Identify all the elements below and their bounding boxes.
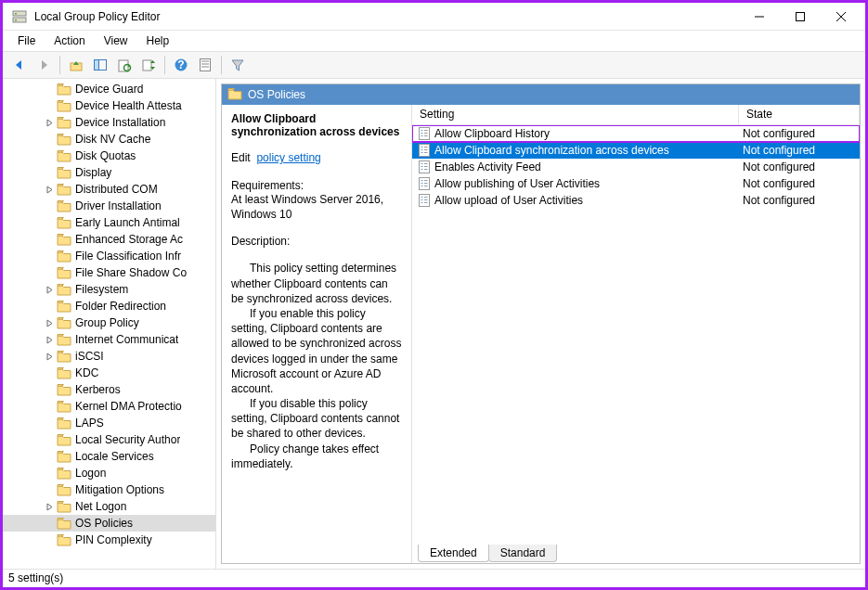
description-p4: Policy change takes effect immediately. (231, 442, 402, 471)
folder-icon (57, 517, 71, 530)
list-row[interactable]: Allow Clipboard synchronization across d… (412, 142, 860, 159)
list-cell-setting: Allow upload of User Activities (412, 194, 739, 207)
tree-item[interactable]: PIN Complexity (3, 532, 215, 548)
expand-icon[interactable] (44, 351, 55, 362)
tree-item[interactable]: Device Health Attesta (3, 97, 215, 114)
column-state[interactable]: State (739, 105, 860, 124)
tab-extended[interactable]: Extended (418, 545, 489, 562)
setting-icon (418, 160, 431, 173)
tree-item[interactable]: Device Guard (3, 81, 215, 97)
setting-icon (418, 127, 431, 140)
tree-item[interactable]: Locale Services (3, 448, 215, 465)
tree-item[interactable]: Disk Quotas (3, 148, 215, 164)
expand-icon[interactable] (44, 334, 55, 345)
svg-rect-10 (95, 60, 99, 71)
menu-action[interactable]: Action (46, 32, 92, 49)
folder-icon (57, 149, 71, 162)
menu-help[interactable]: Help (139, 32, 177, 49)
column-setting[interactable]: Setting (412, 105, 739, 124)
setting-icon (418, 194, 431, 207)
setting-name: Enables Activity Feed (434, 160, 541, 173)
toolbar: ? (3, 51, 865, 79)
folder-icon (57, 450, 71, 463)
tree-item-label: KDC (75, 366, 98, 379)
list-row[interactable]: Allow Clipboard HistoryNot configured (412, 125, 860, 142)
tree-item-label: Group Policy (75, 316, 139, 329)
tree-item-label: LAPS (75, 417, 104, 430)
description-column: Allow Clipboard synchronization across d… (222, 105, 412, 563)
tree-item[interactable]: Filesystem (3, 281, 215, 298)
tree-item-label: Internet Communicat (75, 333, 178, 346)
tree-item[interactable]: File Share Shadow Co (3, 264, 215, 281)
list-rows[interactable]: Allow Clipboard HistoryNot configuredAll… (412, 125, 860, 541)
svg-rect-2 (15, 13, 17, 15)
export-button[interactable] (137, 54, 160, 76)
tree-item[interactable]: Display (3, 164, 215, 181)
edit-label: Edit (231, 151, 251, 164)
expand-icon[interactable] (44, 184, 55, 195)
menu-view[interactable]: View (97, 32, 136, 49)
tree-item[interactable]: Early Launch Antimal (3, 214, 215, 231)
tree-item-label: Display (75, 166, 111, 179)
maximize-button[interactable] (780, 4, 821, 30)
list-cell-state: Not configured (739, 144, 860, 157)
main-area: Device GuardDevice Health AttestaDevice … (3, 79, 865, 570)
setting-title: Allow Clipboard synchronization across d… (231, 112, 402, 138)
tree-item[interactable]: Mitigation Options (3, 481, 215, 498)
tree-item[interactable]: File Classification Infr (3, 248, 215, 264)
properties-button[interactable] (194, 54, 216, 76)
tree-item[interactable]: Group Policy (3, 314, 215, 331)
tree-item[interactable]: Local Security Author (3, 431, 215, 448)
edit-policy-link[interactable]: policy setting (256, 151, 320, 164)
list-cell-setting: Allow Clipboard synchronization across d… (412, 144, 739, 157)
expand-icon[interactable] (44, 501, 55, 512)
tree-item[interactable]: Device Installation (3, 114, 215, 131)
list-row[interactable]: Allow upload of User ActivitiesNot confi… (412, 192, 860, 209)
tree-item-label: PIN Complexity (75, 533, 152, 546)
menu-file[interactable]: File (10, 32, 43, 49)
tree-item[interactable]: Enhanced Storage Ac (3, 231, 215, 248)
tree-item[interactable]: Folder Redirection (3, 298, 215, 314)
refresh-button[interactable] (113, 54, 136, 76)
tree-item[interactable]: iSCSI (3, 348, 215, 365)
svg-rect-13 (143, 60, 151, 71)
tree-item-label: Device Health Attesta (75, 99, 182, 112)
tree-item[interactable]: KDC (3, 365, 215, 381)
toolbar-separator (59, 56, 60, 74)
tree-item-label: Filesystem (75, 283, 128, 296)
list-row[interactable]: Allow publishing of User ActivitiesNot c… (412, 175, 860, 192)
forward-button[interactable] (32, 54, 55, 76)
up-button[interactable] (65, 54, 87, 76)
tree-item[interactable]: LAPS (3, 415, 215, 431)
tree-item[interactable]: Net Logon (3, 498, 215, 515)
back-button[interactable] (8, 54, 31, 76)
setting-name: Allow Clipboard History (434, 127, 550, 140)
view-tabs: Extended Standard (412, 541, 860, 563)
tree-item[interactable]: Driver Installation (3, 198, 215, 214)
tree-item[interactable]: Distributed COM (3, 181, 215, 198)
expand-icon[interactable] (44, 317, 55, 328)
tree-item[interactable]: Kerberos (3, 381, 215, 398)
tree-item[interactable]: OS Policies (3, 515, 215, 532)
list-row[interactable]: Enables Activity FeedNot configured (412, 159, 860, 175)
close-button[interactable] (821, 4, 862, 30)
tree-item[interactable]: Logon (3, 465, 215, 481)
minimize-button[interactable] (739, 4, 780, 30)
tree-item[interactable]: Kernel DMA Protectio (3, 398, 215, 415)
tree-item[interactable]: Internet Communicat (3, 331, 215, 348)
tree-item[interactable]: Disk NV Cache (3, 131, 215, 148)
tab-standard[interactable]: Standard (488, 545, 558, 562)
help-button[interactable]: ? (170, 54, 192, 76)
folder-icon (57, 433, 71, 446)
description-p3: If you disable this policy setting, Clip… (231, 396, 402, 442)
toolbar-separator (221, 56, 222, 74)
tree-scroll[interactable]: Device GuardDevice Health AttestaDevice … (3, 79, 215, 569)
list-cell-setting: Allow publishing of User Activities (412, 177, 739, 190)
requirements-text: At least Windows Server 2016, Windows 10 (231, 192, 402, 222)
expand-icon[interactable] (44, 117, 55, 128)
list-cell-state: Not configured (739, 127, 860, 140)
expand-icon[interactable] (44, 284, 55, 295)
show-hide-tree-button[interactable] (89, 54, 111, 76)
svg-rect-16 (201, 59, 211, 71)
filter-button[interactable] (227, 54, 249, 76)
